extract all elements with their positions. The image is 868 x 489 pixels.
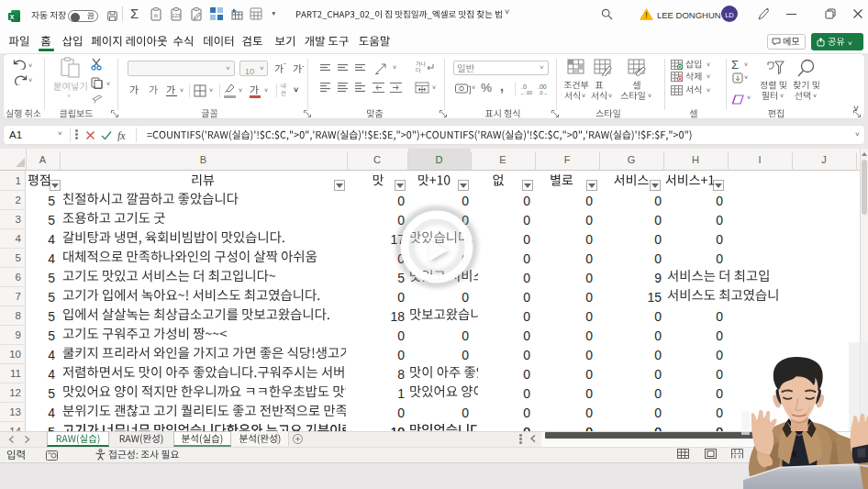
svg-text:fx: fx bbox=[117, 129, 126, 142]
svg-text:←.00: ←.00 bbox=[520, 90, 532, 95]
svg-text:fx: fx bbox=[154, 13, 160, 18]
svg-text:.0→: .0→ bbox=[539, 90, 548, 95]
svg-text:123: 123 bbox=[172, 13, 180, 18]
svg-text:X: X bbox=[10, 14, 15, 20]
